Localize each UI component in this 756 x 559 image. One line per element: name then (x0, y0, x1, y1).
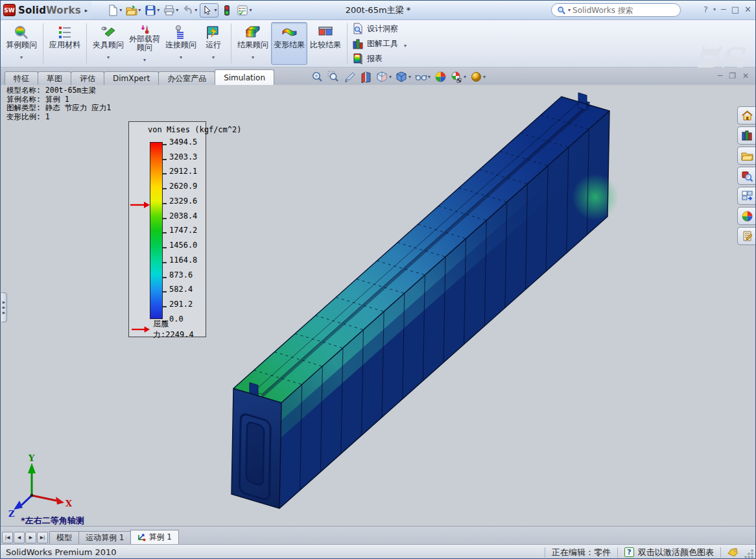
edit-appearance-button[interactable] (434, 71, 447, 83)
design-library-tab[interactable] (737, 126, 756, 145)
view-palette-tab[interactable] (737, 187, 756, 205)
doc-restore-button[interactable]: ❐ (729, 71, 736, 80)
print-button[interactable]: ▾ (162, 3, 180, 18)
first-tab-button[interactable]: |◀ (2, 532, 13, 543)
search-box[interactable]: ▾ (551, 3, 681, 17)
view-settings-button[interactable]: ▾ (470, 71, 486, 83)
save-button[interactable]: ▾ (143, 3, 161, 18)
legend-title: von Mises (kgf/cm^2) (148, 125, 242, 134)
button-label: 比较结果 (310, 41, 341, 49)
help-dropdown-arrow-icon[interactable]: ▾ (713, 4, 716, 16)
section-view-button[interactable] (360, 71, 372, 83)
tab-sketch[interactable]: 草图 (38, 71, 71, 85)
connections-advisor-button[interactable]: 连接顾问 (163, 22, 199, 65)
report-button[interactable]: 报表 (352, 52, 407, 65)
model-tab[interactable]: 模型 (49, 531, 79, 544)
external-loads-advisor-button[interactable]: 外部载荷顾问 (126, 22, 163, 65)
zoom-to-area-button[interactable] (327, 71, 340, 83)
view-settings-sphere-icon (470, 71, 482, 83)
appearances-tab[interactable] (737, 207, 756, 225)
tag-icon[interactable] (727, 548, 738, 557)
apply-material-button[interactable]: 应用材料 (47, 22, 83, 65)
dropdown-arrow-icon[interactable] (20, 49, 23, 62)
custom-properties-tab[interactable] (737, 227, 756, 245)
legend-tick-value: 2038.4 (169, 211, 197, 220)
options-list-icon (237, 5, 248, 16)
design-insight-button[interactable]: 设计洞察 (352, 22, 407, 35)
fixtures-advisor-button[interactable]: 夹具顾问 (90, 22, 126, 65)
open-document-button[interactable]: ▾ (124, 3, 142, 18)
zoom-to-fit-button[interactable] (311, 71, 324, 83)
button-label: 应用材料 (49, 41, 80, 49)
simulation-study-tab[interactable]: 算例 1 (130, 530, 178, 544)
previous-view-button[interactable] (344, 71, 356, 83)
select-tool-button[interactable]: ▾ (200, 3, 219, 18)
feature-tree-splitter-handle[interactable]: ▶▶▶ (1, 292, 7, 322)
options-button[interactable]: ▾ (235, 3, 253, 18)
legend-tick-mark (163, 262, 167, 263)
dropdown-arrow-icon[interactable] (180, 49, 182, 62)
file-explorer-tab[interactable] (737, 147, 756, 165)
legend-color-bar[interactable] (150, 142, 163, 319)
save-floppy-icon (145, 5, 156, 16)
doc-minimize-button[interactable]: ─ (718, 71, 722, 80)
tab-dimxpert[interactable]: DimXpert (104, 71, 159, 85)
model-3d-canvas[interactable]: Y X Z (1, 85, 756, 526)
search-input[interactable] (573, 6, 675, 15)
new-document-icon (107, 5, 119, 16)
dropdown-arrow-icon[interactable] (107, 49, 110, 62)
tab-office-products[interactable]: 办公室产品 (158, 71, 215, 85)
tab-features[interactable]: 特征 (5, 71, 38, 85)
tab-simulation[interactable]: Simulation (215, 69, 274, 85)
editing-label: 正在编辑：零件 (552, 547, 611, 558)
plot-tools-button[interactable]: 图解工具 (352, 37, 407, 50)
deformed-result-button[interactable]: 变形结果 (271, 22, 307, 65)
status-edition: SolidWorks Premium 2010 (1, 547, 545, 557)
study-advisor-button[interactable]: 算例顾问 (3, 22, 40, 65)
dropdown-arrow-icon[interactable] (143, 52, 146, 64)
doc-close-button[interactable]: ✕ (742, 71, 749, 80)
undo-button[interactable]: ▾ (181, 3, 198, 18)
graphics-viewport[interactable]: Y X Z 模型名称: 200t-65m主梁 算例名称: 算例 1 图解类型: … (1, 85, 756, 526)
motion-study-tab[interactable]: 运动算例 1 (78, 531, 131, 544)
button-label: 图解工具 (367, 38, 398, 49)
previous-tab-button[interactable]: ◀ (14, 532, 25, 543)
dropdown-arrow-icon[interactable] (212, 49, 215, 62)
search-scope-arrow-icon[interactable]: ▾ (568, 7, 571, 13)
dropdown-arrow-icon[interactable] (252, 49, 254, 62)
menu-expand-arrow-icon[interactable]: ▸ (85, 7, 88, 14)
button-label: 变形结果 (274, 41, 305, 49)
quick-tip-icon[interactable]: ? (624, 547, 634, 557)
view-orientation-label: *左右二等角轴测 (21, 515, 84, 526)
legend-tick-mark (163, 247, 167, 248)
minimize-button[interactable]: ─ (721, 4, 726, 16)
button-label: 夹具顾问 (93, 41, 124, 49)
apply-scene-button[interactable]: ▾ (451, 71, 466, 83)
dropdown-arrow-icon[interactable] (401, 38, 407, 50)
view-orientation-button[interactable]: ▾ (376, 71, 392, 83)
compare-results-button[interactable]: 比较结果 (307, 22, 344, 65)
hide-show-items-button[interactable]: ▾ (415, 71, 431, 83)
display-style-button[interactable]: ▾ (396, 71, 411, 83)
button-label: 设计洞察 (367, 23, 398, 34)
hint-label: 双击以激活颜色图表 (638, 547, 714, 558)
next-tab-button[interactable]: ▶ (25, 532, 36, 543)
custom-properties-icon (741, 230, 753, 243)
search-results-tab[interactable] (737, 167, 756, 185)
run-button[interactable]: 运行 (199, 22, 228, 65)
tab-evaluate[interactable]: 评估 (71, 71, 104, 85)
resources-tab[interactable] (737, 106, 756, 125)
close-button[interactable]: ✕ (744, 4, 751, 16)
help-button[interactable]: ? (703, 4, 708, 16)
new-document-button[interactable]: ▾ (106, 3, 123, 18)
resize-grip[interactable] (744, 549, 753, 558)
maximize-button[interactable]: □ (731, 4, 739, 16)
search-icon (557, 6, 566, 15)
stress-color-legend[interactable]: von Mises (kgf/cm^2) 3494.5 3203.3 2912.… (128, 121, 206, 337)
last-tab-button[interactable]: ▶| (37, 532, 48, 543)
app-menu[interactable]: SW SolidWorks ▸ (1, 1, 91, 19)
button-label: 连接顾问 (165, 41, 196, 49)
results-advisor-button[interactable]: 结果顾问 (235, 22, 271, 65)
view-orientation-icon (376, 71, 388, 83)
rebuild-button[interactable] (220, 3, 234, 18)
